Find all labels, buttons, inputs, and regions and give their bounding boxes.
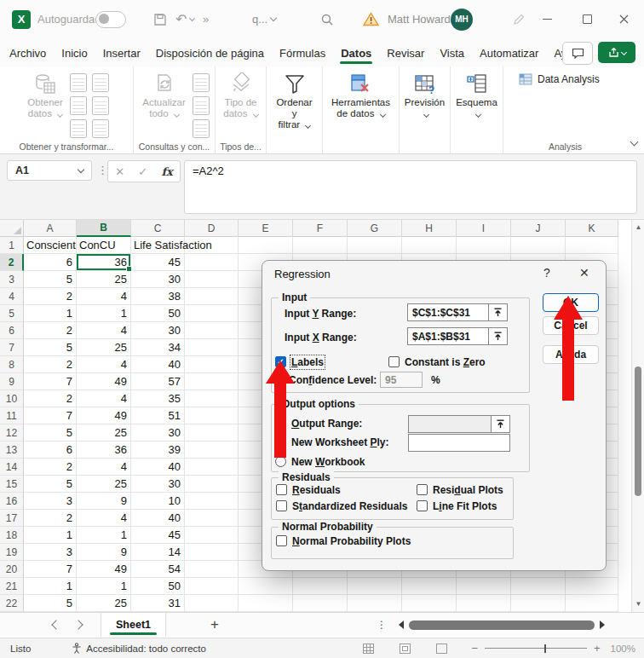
cell-D9[interactable] xyxy=(185,373,239,390)
cell-A22[interactable]: 5 xyxy=(24,595,77,612)
row-header-2[interactable]: 2 xyxy=(0,254,24,271)
cell-D2[interactable] xyxy=(185,254,239,271)
row-header-7[interactable]: 7 xyxy=(0,339,24,356)
new-worksheet-ply-field[interactable] xyxy=(408,434,510,452)
cell-D5[interactable] xyxy=(185,305,239,322)
vertical-scroll-thumb[interactable] xyxy=(635,367,641,496)
zoom-slider[interactable] xyxy=(485,648,587,649)
cell-D19[interactable] xyxy=(185,544,239,561)
new-workbook-label[interactable]: New Workbook xyxy=(291,456,365,468)
cell-F21[interactable] xyxy=(293,578,348,595)
forecast-button[interactable]: ? Previsión xyxy=(401,72,448,140)
range-picker-icon[interactable] xyxy=(488,328,507,344)
menu-tab-inicio[interactable]: Inicio xyxy=(54,41,95,65)
cell-J1[interactable] xyxy=(511,237,566,254)
cell-C15[interactable]: 30 xyxy=(131,476,185,493)
cell-A4[interactable]: 2 xyxy=(24,288,77,305)
cell-A3[interactable]: 5 xyxy=(24,271,77,288)
cell-J22[interactable] xyxy=(511,595,566,612)
residual-plots-checkbox[interactable] xyxy=(417,484,428,495)
cell-B7[interactable]: 25 xyxy=(77,339,131,356)
column-header-I[interactable]: I xyxy=(457,220,511,237)
cell-B14[interactable]: 4 xyxy=(77,459,131,476)
collapse-ribbon-icon[interactable] xyxy=(631,133,637,148)
column-header-J[interactable]: J xyxy=(511,220,566,237)
menu-tab-disposición-de-página[interactable]: Disposición de página xyxy=(148,41,272,65)
scroll-up-icon[interactable]: ▲ xyxy=(632,222,644,234)
share-button[interactable] xyxy=(598,42,635,63)
confidence-level-label[interactable]: Confidence Level: xyxy=(289,374,377,386)
next-sheet-icon[interactable] xyxy=(73,620,83,629)
menu-tab-insertar[interactable]: Insertar xyxy=(95,41,148,65)
menu-tab-revisar[interactable]: Revisar xyxy=(379,41,432,65)
input-x-range-field[interactable]: $A$1:$B$31 xyxy=(407,327,508,345)
new-worksheet-ply-label[interactable]: New Worksheet Ply: xyxy=(291,436,389,448)
cell-C21[interactable]: 50 xyxy=(131,578,185,595)
user-name[interactable]: Matt Howard xyxy=(388,0,451,38)
cell-C11[interactable]: 51 xyxy=(131,407,185,424)
row-header-17[interactable]: 17 xyxy=(0,510,24,527)
row-header-15[interactable]: 15 xyxy=(0,476,24,493)
row-header-22[interactable]: 22 xyxy=(0,595,24,612)
cell-I22[interactable] xyxy=(457,595,511,612)
row-header-21[interactable]: 21 xyxy=(0,578,24,595)
scroll-right-icon[interactable] xyxy=(600,620,605,629)
cell-D21[interactable] xyxy=(185,578,239,595)
menu-tab-automatizar[interactable]: Automatizar xyxy=(472,41,546,65)
workbook-links-icon[interactable] xyxy=(193,96,210,115)
horizontal-scroll-thumb[interactable] xyxy=(409,620,595,630)
cell-B10[interactable]: 4 xyxy=(77,390,131,407)
cell-D12[interactable] xyxy=(185,424,239,442)
residuals-label[interactable]: Residuals xyxy=(292,484,341,496)
row-header-13[interactable]: 13 xyxy=(0,442,24,459)
cell-B21[interactable]: 1 xyxy=(77,578,131,595)
row-header-10[interactable]: 10 xyxy=(0,390,24,407)
cell-I1[interactable] xyxy=(457,237,511,254)
cell-A12[interactable]: 5 xyxy=(24,424,77,442)
cell-B8[interactable]: 4 xyxy=(77,356,131,373)
cell-B9[interactable]: 49 xyxy=(77,373,131,390)
cell-K1[interactable] xyxy=(566,237,618,254)
cell-F1[interactable] xyxy=(293,237,348,254)
cell-C18[interactable]: 45 xyxy=(131,527,185,544)
zoom-level[interactable]: 100% xyxy=(611,644,635,654)
from-picture-icon[interactable] xyxy=(70,119,87,138)
cell-E22[interactable] xyxy=(239,595,293,612)
add-sheet-button[interactable]: + xyxy=(210,616,219,633)
normal-probability-plots-checkbox[interactable] xyxy=(276,535,287,546)
range-picker-icon[interactable] xyxy=(488,304,507,320)
column-header-C[interactable]: C xyxy=(131,220,185,237)
residuals-checkbox[interactable] xyxy=(276,484,287,495)
from-web-icon[interactable] xyxy=(92,73,109,92)
menu-tab-datos[interactable]: Datos xyxy=(333,41,379,65)
cell-C9[interactable]: 57 xyxy=(131,373,185,390)
row-header-11[interactable]: 11 xyxy=(0,407,24,424)
output-range-label[interactable]: Output Range: xyxy=(291,418,362,430)
menu-tab-archivo[interactable]: Archivo xyxy=(2,41,54,65)
dialog-help-icon[interactable]: ? xyxy=(543,266,550,280)
existing-connections-icon[interactable] xyxy=(92,119,109,138)
from-text-icon[interactable] xyxy=(70,73,87,92)
refresh-all-button[interactable]: Actualizar todo xyxy=(139,72,189,140)
row-header-18[interactable]: 18 xyxy=(0,527,24,544)
close-button[interactable] xyxy=(619,0,629,38)
minimize-button[interactable] xyxy=(543,0,552,38)
cell-D13[interactable] xyxy=(185,442,239,459)
cell-B17[interactable]: 4 xyxy=(77,510,131,527)
select-all-corner[interactable] xyxy=(0,220,24,237)
normal-probability-plots-label[interactable]: Normal Probability Plots xyxy=(292,535,411,547)
cell-D8[interactable] xyxy=(185,356,239,373)
confirm-entry-icon[interactable]: ✓ xyxy=(138,165,147,178)
cell-B5[interactable]: 1 xyxy=(77,305,131,322)
cell-H22[interactable] xyxy=(402,595,457,612)
row-header-3[interactable]: 3 xyxy=(0,271,24,288)
prev-sheet-icon[interactable] xyxy=(51,620,60,629)
cell-A9[interactable]: 7 xyxy=(24,373,77,390)
pen-icon[interactable] xyxy=(513,0,526,38)
column-header-E[interactable]: E xyxy=(239,220,293,237)
cell-C16[interactable]: 10 xyxy=(131,493,185,510)
constant-is-zero-label[interactable]: Constant is Zero xyxy=(405,356,486,368)
cell-C8[interactable]: 40 xyxy=(131,356,185,373)
cell-A2[interactable]: 6 xyxy=(24,254,77,271)
cell-A5[interactable]: 1 xyxy=(24,305,77,322)
